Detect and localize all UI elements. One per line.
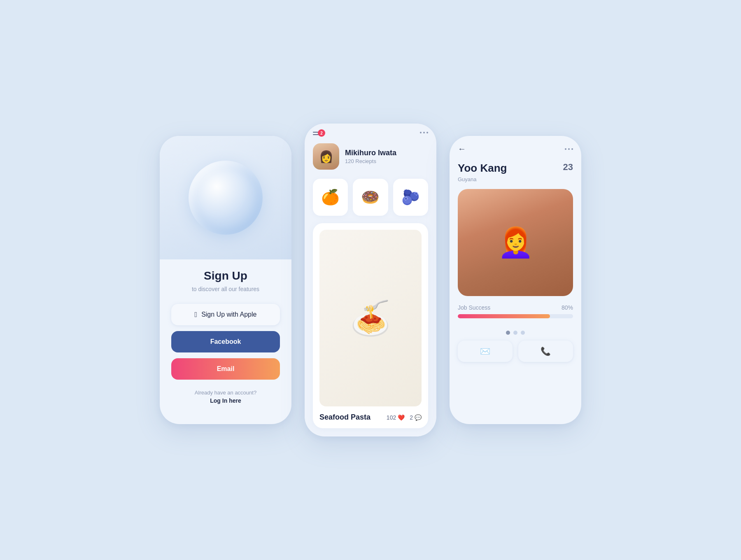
thumb-berries[interactable]: 🫐 <box>393 179 428 216</box>
profile-top-info: Yoo Kang Guyana 23 <box>458 162 573 182</box>
signup-hero <box>160 136 291 259</box>
profile-more-button[interactable] <box>565 148 573 150</box>
food-main-info: Seafood Pasta 102 ❤️ 2 💬 <box>319 413 422 422</box>
apple-signup-button[interactable]:  Sign Up with Apple <box>171 304 280 325</box>
food-profile: 👩 Mikihuro Iwata 120 Reciepts <box>313 143 428 170</box>
food-main-card[interactable]: 🍝 Seafood Pasta 102 ❤️ 2 💬 <box>313 223 428 428</box>
menu-icon-wrap[interactable]: 2 <box>313 132 322 135</box>
food-main-name: Seafood Pasta <box>319 413 370 422</box>
profile-actions: ✉️ 📞 <box>458 341 573 362</box>
heart-icon: ❤️ <box>398 414 405 421</box>
login-link[interactable]: Log In here <box>195 397 256 404</box>
glass-sphere <box>189 161 263 235</box>
signup-title: Sign Up <box>204 269 247 282</box>
food-main-image: 🍝 <box>319 230 422 406</box>
dots-indicator <box>458 331 573 335</box>
apple-icon:  <box>195 310 198 319</box>
apple-btn-label: Sign Up with Apple <box>201 311 256 318</box>
profile-photo: 👩‍🦰 <box>458 189 573 296</box>
profile-name-location: Yoo Kang Guyana <box>458 162 507 182</box>
job-success-value: 80% <box>562 304 573 311</box>
food-header: 2 <box>313 132 428 135</box>
profile-age: 23 <box>563 162 573 173</box>
indicator-dot-3[interactable] <box>521 331 525 335</box>
signup-footer: Already have an account? Log In here <box>195 390 256 404</box>
comment-icon: 💬 <box>415 414 422 421</box>
thumb-donut[interactable]: 🍩 <box>353 179 388 216</box>
back-arrow-icon[interactable]: ← <box>458 144 466 154</box>
comments-stat: 2 💬 <box>410 414 422 421</box>
profile-top-location: Guyana <box>458 176 507 182</box>
job-success-section: Job Success 80% <box>458 304 573 318</box>
facebook-signup-button[interactable]: Facebook <box>171 331 280 352</box>
phone-signup: Sign Up to discover all our features  S… <box>160 136 291 424</box>
indicator-dot-1[interactable] <box>506 331 510 335</box>
food-stats: 102 ❤️ 2 💬 <box>387 414 422 421</box>
more-menu-button[interactable] <box>420 132 428 133</box>
avatar: 👩 <box>313 143 339 170</box>
likes-count: 102 <box>387 414 396 421</box>
message-button[interactable]: ✉️ <box>458 341 513 362</box>
dot-1 <box>420 132 422 133</box>
thumb-orange[interactable]: 🍊 <box>313 179 348 216</box>
profile-photo-image: 👩‍🦰 <box>458 189 573 296</box>
profile-info: Mikihuro Iwata 120 Reciepts <box>345 149 396 164</box>
profile-recipes: 120 Reciepts <box>345 158 396 164</box>
signup-subtitle: to discover all our features <box>192 286 259 292</box>
job-success-header: Job Success 80% <box>458 304 573 311</box>
signup-content: Sign Up to discover all our features  S… <box>160 259 291 424</box>
phone-profile: ← Yoo Kang Guyana 23 👩‍🦰 Job Success 80% <box>450 136 581 424</box>
dot-4 <box>565 148 566 150</box>
notification-badge: 2 <box>318 129 325 137</box>
likes-stat: 102 ❤️ <box>387 414 405 421</box>
phone-food: 2 👩 Mikihuro Iwata 120 Reciepts 🍊 🍩 🫐 <box>305 124 436 436</box>
email-signup-button[interactable]: Email <box>171 358 280 380</box>
phones-container: Sign Up to discover all our features  S… <box>160 124 581 436</box>
food-emoji: 🍝 <box>350 299 391 338</box>
dot-6 <box>571 148 573 150</box>
profile-name: Mikihuro Iwata <box>345 149 396 157</box>
dot-3 <box>426 132 428 133</box>
comments-count: 2 <box>410 414 413 421</box>
dot-5 <box>568 148 570 150</box>
profile-top-name: Yoo Kang <box>458 162 507 175</box>
job-success-label: Job Success <box>458 304 490 311</box>
avatar-image: 👩 <box>313 143 339 170</box>
profile-page-header: ← <box>458 144 573 154</box>
indicator-dot-2[interactable] <box>513 331 517 335</box>
progress-bar-bg <box>458 314 573 318</box>
dot-2 <box>423 132 425 133</box>
progress-bar-fill <box>458 314 550 318</box>
already-account-text: Already have an account? <box>195 390 256 396</box>
food-thumbnails: 🍊 🍩 🫐 <box>313 179 428 216</box>
call-button[interactable]: 📞 <box>518 341 573 362</box>
